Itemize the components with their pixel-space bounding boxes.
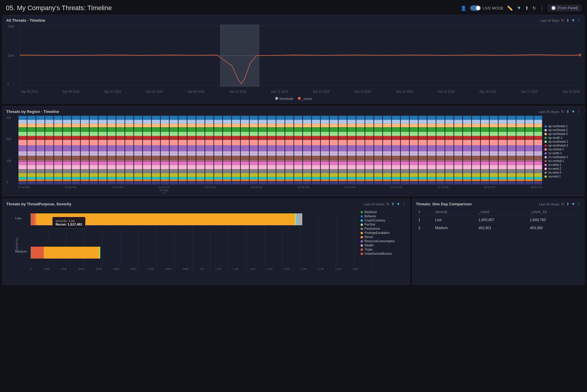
- pencil-icon[interactable]: ✏️: [507, 5, 513, 11]
- panel4-refresh-icon[interactable]: ↻: [561, 202, 564, 206]
- panel1-y-axis: 200K 100K 0: [6, 24, 18, 87]
- legend-eu-west-1: eu-west-1: [544, 163, 581, 166]
- panel2-bars: [18, 116, 542, 185]
- page-header: 05. My Company's Threats: Timeline 👤 LIV…: [0, 0, 587, 15]
- refresh-icon[interactable]: ↻: [532, 5, 536, 11]
- cell-num: 1: [416, 216, 433, 224]
- panel-region-timeline: Threats by Region - Timeline Last 24 Hou…: [2, 106, 585, 196]
- legend-eu-west-2: eu-west-2: [544, 167, 581, 170]
- bar-low-stealth: [297, 213, 302, 225]
- live-mode-toggle[interactable]: LIVE MODE: [470, 5, 504, 11]
- bar-y-label-low: Low: [15, 216, 21, 220]
- panel2-header: Threats by Region - Timeline Last 24 Hou…: [6, 109, 581, 114]
- legend-sa-east-1: sa-east-1: [544, 175, 581, 178]
- panel2-refresh-icon[interactable]: ↻: [561, 109, 564, 114]
- panel2-filter-icon[interactable]: ▼: [571, 109, 575, 114]
- panel1-x-axis: Sep 05 2019 Sep 06 2019 Sep 07 2019 Sep …: [20, 87, 581, 96]
- toggle-track[interactable]: [470, 5, 481, 11]
- panel4-controls: Last 24 Hours ↻ ⬆ ▼ ⋮: [539, 202, 581, 206]
- panel3-refresh-icon[interactable]: ↻: [386, 202, 389, 206]
- panel3-bars-area: Low Medium: [15, 211, 358, 270]
- bar-low-trojan: [31, 213, 35, 225]
- legend-ap-southeast-2: ap-southeast-2: [544, 144, 581, 147]
- bar-low-recon: [36, 213, 295, 225]
- bar-y-label-medium: Medium: [15, 250, 27, 253]
- panel3-content: severity: Low Recon: 1,517,491 severity: [6, 208, 406, 279]
- panel2-plot: 30K 20K 10K 0: [6, 116, 542, 193]
- legend-cn-north-1: cn-north-1: [544, 152, 581, 155]
- panel4-header: Threats: One Day Comparison Last 24 Hour…: [416, 202, 581, 206]
- svg-point-4: [579, 53, 581, 56]
- panel3-share-icon[interactable]: ⬆: [391, 202, 395, 206]
- panel2-controls: Last 24 Hours ↻ ⬆ ▼ ⋮: [539, 109, 581, 114]
- toggle-thumb: [476, 6, 480, 10]
- panel3-filter-icon[interactable]: ▼: [396, 202, 400, 206]
- panel1-plot: [20, 24, 581, 87]
- share-icon[interactable]: ⬆: [525, 5, 529, 11]
- more-icon[interactable]: ⋮: [540, 5, 544, 11]
- panel4-filter-icon[interactable]: ▼: [571, 202, 575, 206]
- table-row: 2 Medium 462,601 463,260: [416, 224, 581, 232]
- panel3-time-range: Last 24 Hours: [364, 202, 384, 206]
- cell-count: 1,855,807: [476, 216, 527, 224]
- cell-count-1d: 1,849,793: [527, 216, 581, 224]
- panel3-title: Threats by ThreatPurpose, Severity: [6, 202, 71, 206]
- panel2-title: Threats by Region - Timeline: [6, 109, 59, 114]
- panel1-chart: 200K 100K 0: [6, 24, 581, 96]
- panel4-time-range: Last 24 Hours: [539, 202, 559, 206]
- col-count-1d: _count_1d: [527, 208, 581, 216]
- bar-medium-recon: [44, 247, 99, 259]
- legend-ap-northeast-3: ap-northeast-3: [544, 132, 581, 136]
- panel4-title: Threats: One Day Comparison: [416, 202, 472, 206]
- panel1-refresh-icon[interactable]: ↻: [561, 18, 564, 23]
- panel3-header: Threats by ThreatPurpose, Severity Last …: [6, 202, 406, 206]
- svg-rect-5: [220, 24, 259, 87]
- panel-all-threats: All Threats - Timeline Last 14 Days ↻ ⬆ …: [2, 15, 585, 104]
- table-row: 1 Low 1,855,807 1,849,793: [416, 216, 581, 224]
- user-icon: 👤: [461, 5, 467, 11]
- panel2-share-icon[interactable]: ⬆: [566, 109, 569, 114]
- panel2-legend: ap-northeast-1 ap-northeast-2 ap-northea…: [542, 116, 581, 193]
- panel1-filter-icon[interactable]: ▼: [571, 18, 575, 23]
- panels-container: All Threats - Timeline Last 14 Days ↻ ⬆ …: [0, 15, 587, 285]
- panel1-more-icon[interactable]: ⋮: [577, 18, 581, 23]
- legend-ap-northeast-2: ap-northeast-2: [544, 128, 581, 132]
- legend-ap-northeast-1: ap-northeast-1: [544, 125, 581, 128]
- cell-severity: Low: [433, 216, 476, 224]
- legend-ca-central-1: ca-central-1: [544, 148, 581, 151]
- panel1-svg: [20, 24, 581, 87]
- cell-count: 462,601: [476, 224, 527, 232]
- clock-icon: 🕐: [551, 6, 556, 10]
- filter-icon[interactable]: ▼: [516, 5, 521, 11]
- panel2-time-range: Last 24 Hours: [539, 110, 559, 114]
- panel2-x-axis: 07:00 PM 09:00 PM 11:00 PM 01:00 AM18 Se…: [18, 185, 542, 193]
- panel1-controls: Last 14 Days ↻ ⬆ ▼ ⋮: [540, 18, 581, 23]
- legend-cn-northwest-1: cn-northwest-1: [544, 155, 581, 159]
- cell-severity: Medium: [433, 224, 476, 232]
- legend-ap-south-1: ap-south-1: [544, 136, 581, 139]
- bar-low: [31, 213, 358, 225]
- panel3-more-icon[interactable]: ⋮: [402, 202, 406, 206]
- legend-eu-central-1: eu-central-1: [544, 159, 581, 163]
- table-header-row: # severity _count _count_1d: [416, 208, 581, 216]
- panel4-share-icon[interactable]: ⬆: [566, 202, 569, 206]
- bar-medium-trojan: [31, 247, 44, 259]
- panel1-legend: threshold _count: [6, 97, 581, 100]
- col-count: _count: [476, 208, 527, 216]
- panel1-header: All Threats - Timeline Last 14 Days ↻ ⬆ …: [6, 18, 581, 23]
- panel4-table: # severity _count _count_1d 1 Low 1,855,…: [416, 208, 581, 232]
- panel1-title: All Threats - Timeline: [6, 18, 45, 23]
- header-controls: 👤 LIVE MODE ✏️ ▼ ⬆ ↻ ⋮ 🕐 [From Panel]: [461, 5, 581, 11]
- legend-ap-southeast-1: ap-southeast-1: [544, 140, 581, 143]
- svg-rect-23: [18, 116, 542, 185]
- panel1-time-range: Last 14 Days: [540, 19, 559, 22]
- from-panel-button[interactable]: 🕐 [From Panel]: [548, 5, 581, 11]
- panel2-more-icon[interactable]: ⋮: [577, 109, 581, 114]
- panel3-controls: Last 24 Hours ↻ ⬆ ▼ ⋮: [364, 202, 406, 206]
- legend-eu-west-3: eu-west-3: [544, 171, 581, 174]
- cell-num: 2: [416, 224, 433, 232]
- panel1-share-icon[interactable]: ⬆: [566, 18, 569, 23]
- col-num: #: [416, 208, 433, 216]
- panel4-more-icon[interactable]: ⋮: [577, 202, 581, 206]
- panel2-svg: [18, 116, 542, 185]
